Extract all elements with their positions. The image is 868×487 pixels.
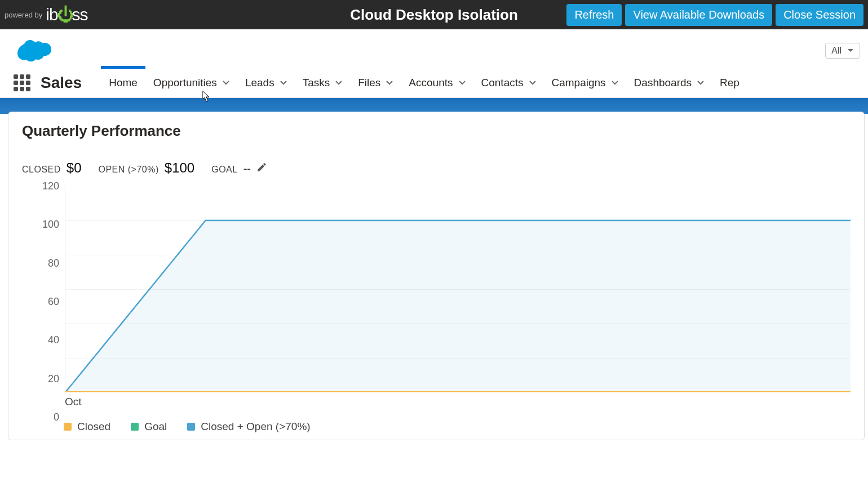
closed-value: $0 <box>67 160 82 176</box>
chevron-down-icon[interactable] <box>612 81 618 85</box>
salesforce-header: All <box>0 29 868 68</box>
header-right-controls: All <box>825 43 860 59</box>
nav-campaigns[interactable]: Campaigns <box>544 68 626 98</box>
metrics-row: CLOSED $0 OPEN (>70%) $100 GOAL -- <box>22 160 851 176</box>
nav-dashboards[interactable]: Dashboards <box>626 68 712 98</box>
salesforce-nav-bar: Sales Home Opportunities Leads Tasks Fil… <box>0 68 868 98</box>
search-scope-label: All <box>831 46 842 56</box>
power-icon: ⏻ <box>57 5 73 24</box>
chart-plot-area <box>65 186 851 392</box>
nav-home-label: Home <box>109 77 138 89</box>
y-tick-100: 100 <box>28 219 59 231</box>
nav-accounts-label: Accounts <box>409 77 453 89</box>
chevron-down-icon[interactable] <box>529 81 536 85</box>
chevron-down-icon[interactable] <box>223 81 229 85</box>
nav-dashboards-label: Dashboards <box>634 77 692 89</box>
legend-goal-label: Goal <box>144 420 167 433</box>
y-tick-60: 60 <box>28 296 59 308</box>
view-downloads-button[interactable]: View Available Downloads <box>625 4 772 26</box>
app-name: Sales <box>41 74 82 92</box>
chevron-down-icon[interactable] <box>459 81 466 85</box>
chart-legend: Closed Goal Closed + Open (>70%) <box>22 417 851 434</box>
legend-goal: Goal <box>131 420 167 433</box>
salesforce-cloud-logo <box>10 33 56 64</box>
app-launcher-icon[interactable] <box>14 74 30 91</box>
x-tick-oct: Oct <box>65 396 82 408</box>
iboss-title: Cloud Desktop Isolation <box>350 6 518 24</box>
chevron-down-icon[interactable] <box>697 81 704 85</box>
card-title: Quarterly Performance <box>22 122 851 140</box>
iboss-button-group: Refresh View Available Downloads Close S… <box>566 4 863 26</box>
performance-chart: 120 100 80 60 40 20 0 Oct <box>28 186 851 417</box>
y-tick-120: 120 <box>28 180 59 192</box>
legend-swatch-goal <box>131 423 139 431</box>
metric-goal: GOAL -- <box>211 162 267 175</box>
refresh-button[interactable]: Refresh <box>566 4 622 26</box>
closed-baseline <box>65 391 851 392</box>
edit-icon[interactable] <box>256 162 267 172</box>
y-tick-80: 80 <box>28 257 59 269</box>
legend-closed: Closed <box>64 420 110 433</box>
legend-swatch-closed <box>64 423 72 431</box>
powered-by-label: powered by <box>5 11 42 19</box>
closed-label: CLOSED <box>22 165 61 175</box>
legend-swatch-closed-open <box>187 423 195 431</box>
metric-open: OPEN (>70%) $100 <box>99 160 195 176</box>
chevron-down-icon <box>847 48 854 53</box>
nav-items: Home Opportunities Leads Tasks Files Acc… <box>101 68 747 98</box>
y-tick-0: 0 <box>28 411 59 423</box>
nav-opportunities[interactable]: Opportunities <box>145 68 237 98</box>
legend-closed-open-label: Closed + Open (>70%) <box>201 420 310 433</box>
open-label: OPEN (>70%) <box>99 165 159 175</box>
nav-contacts-label: Contacts <box>481 77 524 89</box>
legend-closed-label: Closed <box>77 420 110 433</box>
goal-value: -- <box>243 162 251 175</box>
chart-area-svg <box>65 186 851 392</box>
nav-opportunities-label: Opportunities <box>153 77 217 89</box>
nav-home[interactable]: Home <box>101 68 145 98</box>
y-tick-40: 40 <box>28 334 59 346</box>
quarterly-performance-card: Quarterly Performance CLOSED $0 OPEN (>7… <box>8 112 865 440</box>
nav-tasks[interactable]: Tasks <box>295 68 351 98</box>
content-area: Quarterly Performance CLOSED $0 OPEN (>7… <box>0 112 868 440</box>
legend-closed-open: Closed + Open (>70%) <box>187 420 310 433</box>
open-value: $100 <box>165 160 194 176</box>
nav-contacts[interactable]: Contacts <box>473 68 544 98</box>
search-scope-dropdown[interactable]: All <box>825 43 860 59</box>
chevron-down-icon[interactable] <box>335 81 342 85</box>
nav-campaigns-label: Campaigns <box>552 77 606 89</box>
nav-reports[interactable]: Rep <box>712 68 747 98</box>
nav-files-label: Files <box>358 77 380 89</box>
chevron-down-icon[interactable] <box>280 81 287 85</box>
iboss-toolbar: powered by ib⏻ss Cloud Desktop Isolation… <box>0 0 868 29</box>
nav-accounts[interactable]: Accounts <box>401 68 473 98</box>
y-tick-20: 20 <box>28 373 59 384</box>
nav-reports-label: Rep <box>720 77 739 89</box>
chevron-down-icon[interactable] <box>386 81 393 85</box>
goal-label: GOAL <box>211 165 237 175</box>
nav-tasks-label: Tasks <box>303 77 330 89</box>
nav-leads-label: Leads <box>245 77 274 89</box>
nav-leads[interactable]: Leads <box>237 68 295 98</box>
close-session-button[interactable]: Close Session <box>776 4 863 26</box>
nav-files[interactable]: Files <box>350 68 401 98</box>
iboss-logo: ib⏻ss <box>46 5 87 24</box>
metric-closed: CLOSED $0 <box>22 160 82 176</box>
